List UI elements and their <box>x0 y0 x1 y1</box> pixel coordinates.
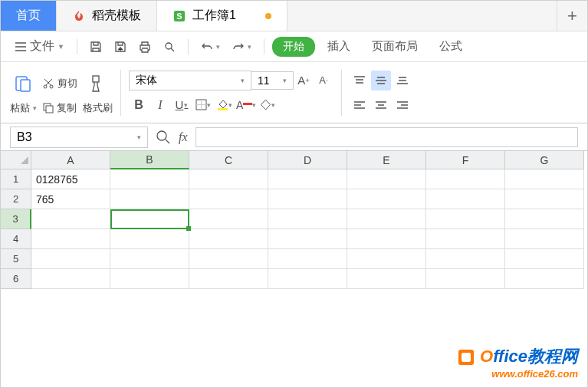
col-header-b[interactable]: B <box>110 151 189 169</box>
col-header-f[interactable]: F <box>426 151 505 169</box>
align-middle-button[interactable] <box>371 71 391 90</box>
cell-b4[interactable] <box>110 229 189 249</box>
cell-b2[interactable] <box>110 189 189 209</box>
cell-c4[interactable] <box>189 229 268 249</box>
cell-f2[interactable] <box>426 189 505 209</box>
cell-e6[interactable] <box>347 269 426 289</box>
paste-button[interactable] <box>10 71 36 97</box>
formula-input[interactable] <box>195 127 578 147</box>
col-header-d[interactable]: D <box>268 151 347 169</box>
bold-button[interactable]: B <box>129 95 149 115</box>
border-button[interactable]: ▾ <box>193 95 213 115</box>
cell-a3[interactable] <box>31 209 110 229</box>
paste-dropdown[interactable]: 粘贴▾ <box>10 101 37 115</box>
cell-b1[interactable] <box>110 169 189 189</box>
cell-g5[interactable] <box>505 249 584 269</box>
col-header-a[interactable]: A <box>31 151 110 169</box>
insert-tab[interactable]: 插入 <box>318 36 360 57</box>
redo-button[interactable]: ▾ <box>228 38 256 55</box>
zoom-icon[interactable] <box>156 130 171 145</box>
font-size-select[interactable]: 11 ▾ <box>251 71 294 90</box>
cell-e4[interactable] <box>347 229 426 249</box>
tab-home[interactable]: 首页 <box>1 1 57 31</box>
align-top-button[interactable] <box>350 71 370 90</box>
cell-g3[interactable] <box>505 209 584 229</box>
print-preview-button[interactable] <box>159 38 180 56</box>
cell-d2[interactable] <box>268 189 347 209</box>
new-tab-button[interactable]: + <box>557 1 587 31</box>
cell-c1[interactable] <box>189 169 268 189</box>
align-bottom-button[interactable] <box>393 71 412 90</box>
increase-font-button[interactable]: A+ <box>294 71 314 90</box>
layout-tab[interactable]: 页面布局 <box>363 36 427 57</box>
cell-c3[interactable] <box>189 209 268 229</box>
cell-b6[interactable] <box>110 269 189 289</box>
align-left-button[interactable] <box>350 95 370 115</box>
cell-e1[interactable] <box>347 169 426 189</box>
cell-b3[interactable] <box>110 209 189 229</box>
cell-e5[interactable] <box>347 249 426 269</box>
save-as-button[interactable] <box>110 38 131 56</box>
row-header-1[interactable]: 1 <box>1 169 31 189</box>
row-header-5[interactable]: 5 <box>1 249 31 269</box>
cell-f4[interactable] <box>426 229 505 249</box>
underline-button[interactable]: U▾ <box>172 95 192 115</box>
cell-d4[interactable] <box>268 229 347 249</box>
decrease-font-button[interactable]: A- <box>314 71 333 90</box>
align-center-button[interactable] <box>371 95 391 115</box>
font-color-button[interactable]: A▾ <box>236 95 256 115</box>
select-all-corner[interactable] <box>1 151 31 169</box>
cell-d1[interactable] <box>268 169 347 189</box>
cell-d6[interactable] <box>268 269 347 289</box>
cut-button[interactable]: 剪切 <box>42 77 77 90</box>
cell-b5[interactable] <box>110 249 189 269</box>
cell-g1[interactable] <box>505 169 584 189</box>
row-header-6[interactable]: 6 <box>1 269 31 289</box>
separator <box>188 39 189 54</box>
font-size-value: 11 <box>258 74 270 87</box>
menu-button[interactable]: 文件 ▼ <box>10 35 69 58</box>
name-box[interactable]: B3 ▾ <box>10 127 148 148</box>
cell-d3[interactable] <box>268 209 347 229</box>
cell-f1[interactable] <box>426 169 505 189</box>
cell-a1[interactable]: 0128765 <box>31 169 110 189</box>
cell-d5[interactable] <box>268 249 347 269</box>
cell-e3[interactable] <box>347 209 426 229</box>
copy-button[interactable]: 复制 <box>43 101 77 115</box>
col-header-c[interactable]: C <box>189 151 268 169</box>
fill-color-button[interactable]: ▾ <box>215 95 235 115</box>
cell-a5[interactable] <box>31 249 110 269</box>
print-button[interactable] <box>134 38 156 56</box>
cell-g4[interactable] <box>505 229 584 249</box>
undo-button[interactable]: ▾ <box>196 38 225 55</box>
tab-workbook[interactable]: S 工作簿1 <box>157 1 287 31</box>
align-right-button[interactable] <box>393 95 412 115</box>
fx-icon[interactable]: fx <box>179 130 188 144</box>
save-button[interactable] <box>85 38 107 56</box>
format-painter-button[interactable] <box>84 71 108 96</box>
cell-a2[interactable]: 765 <box>31 189 110 209</box>
col-header-e[interactable]: E <box>347 151 426 169</box>
col-header-g[interactable]: G <box>505 151 584 169</box>
row-header-3[interactable]: 3 <box>1 209 31 229</box>
cell-f3[interactable] <box>426 209 505 229</box>
cell-g6[interactable] <box>505 269 584 289</box>
formula-tab[interactable]: 公式 <box>430 36 471 57</box>
cell-styles-button[interactable]: ▾ <box>258 95 278 115</box>
cell-a4[interactable] <box>31 229 110 249</box>
font-name-select[interactable]: 宋体 ▾ <box>129 71 251 90</box>
cell-c5[interactable] <box>189 249 268 269</box>
cell-f5[interactable] <box>426 249 505 269</box>
cell-c2[interactable] <box>189 189 268 209</box>
row-header-4[interactable]: 4 <box>1 229 31 249</box>
cell-g2[interactable] <box>505 189 584 209</box>
italic-button[interactable]: I <box>150 95 170 115</box>
cell-f6[interactable] <box>426 269 505 289</box>
start-tab[interactable]: 开始 <box>272 37 315 57</box>
tab-templates[interactable]: 稻壳模板 <box>57 1 157 31</box>
cell-a6[interactable] <box>31 269 110 289</box>
cell-c6[interactable] <box>189 269 268 289</box>
row-header-2[interactable]: 2 <box>1 189 31 209</box>
watermark-url: www.office26.com <box>457 368 578 380</box>
cell-e2[interactable] <box>347 189 426 209</box>
